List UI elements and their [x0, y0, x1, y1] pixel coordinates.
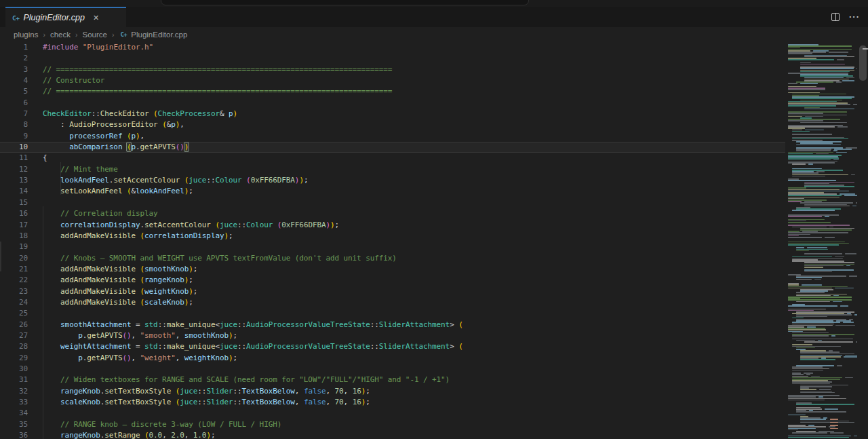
line-number[interactable]: 24	[0, 297, 28, 308]
minimap-line	[796, 277, 822, 278]
tab-plugineditor[interactable]: C+ PluginEditor.cpp ✕	[5, 7, 126, 27]
code-line[interactable]: // Constructor	[43, 75, 787, 86]
line-number[interactable]: 23	[0, 286, 28, 297]
minimap-line	[804, 204, 847, 206]
code-line[interactable]: p.getAPVTS(), "weight", weightKnob);	[43, 353, 787, 364]
line-number[interactable]: 2	[0, 53, 28, 64]
code-line[interactable]: addAndMakeVisible (rangeKnob);	[43, 275, 787, 286]
minimap-line	[804, 262, 854, 263]
code-line[interactable]: abComparison (p.getAPVTS())	[43, 142, 787, 153]
line-number[interactable]: 4	[0, 75, 28, 86]
gutter[interactable]: 1234567891011121314151617181920212223242…	[0, 42, 28, 439]
code-line[interactable]: // =====================================…	[43, 86, 787, 97]
minimap-line	[825, 216, 829, 217]
editor[interactable]: 1234567891011121314151617181920212223242…	[0, 42, 787, 439]
left-edge-artifact	[0, 242, 1, 271]
code-line[interactable]: correlationDisplay.setAccentColour (juce…	[43, 220, 787, 231]
line-number[interactable]: 3	[0, 64, 28, 75]
line-number[interactable]: 36	[0, 430, 28, 439]
line-number[interactable]: 31	[0, 375, 28, 385]
code-line[interactable]: scaleKnob.setTextBoxStyle (juce::Slider:…	[43, 397, 787, 408]
code-line[interactable]: lookAndFeel.setAccentColour (juce::Colou…	[43, 175, 787, 186]
breadcrumb-item[interactable]: check	[50, 31, 71, 39]
code-line[interactable]: rangeKnob.setTextBoxStyle (juce::Slider:…	[43, 386, 787, 397]
line-number[interactable]: 21	[0, 264, 28, 275]
line-number[interactable]: 11	[0, 153, 28, 164]
line-number[interactable]: 8	[0, 119, 28, 130]
code-line[interactable]: addAndMakeVisible (weightKnob);	[43, 286, 787, 297]
code-line[interactable]: #include "PluginEditor.h"	[43, 42, 787, 53]
code-line[interactable]	[43, 242, 787, 252]
code-line[interactable]	[43, 98, 787, 109]
close-icon[interactable]: ✕	[93, 14, 99, 22]
line-number[interactable]: 7	[0, 109, 28, 119]
line-number[interactable]: 28	[0, 341, 28, 352]
code-line[interactable]: {	[43, 153, 787, 164]
line-number[interactable]: 26	[0, 320, 28, 330]
line-number[interactable]: 29	[0, 353, 28, 364]
code-line[interactable]: p.getAPVTS(), "smooth", smoothKnob);	[43, 330, 787, 341]
code-line[interactable]: rangeKnob.setRange (0.0, 2.0, 1.0);	[43, 430, 787, 439]
breadcrumb-item[interactable]: plugins	[14, 31, 38, 39]
more-actions-icon[interactable]: ···	[849, 14, 860, 20]
line-number[interactable]: 33	[0, 397, 28, 408]
line-number[interactable]: 35	[0, 419, 28, 430]
code-line[interactable]: processorRef (p),	[43, 131, 787, 142]
scrollbar[interactable]	[859, 42, 868, 439]
split-editor-icon[interactable]	[831, 13, 840, 21]
code-line[interactable]: addAndMakeVisible (smoothKnob);	[43, 264, 787, 275]
code-line[interactable]: // Widen textboxes for RANGE and SCALE (…	[43, 375, 787, 385]
code-line[interactable]: weightAttachment = std::make_unique<juce…	[43, 341, 787, 352]
line-number[interactable]: 17	[0, 220, 28, 231]
code-area[interactable]: #include "PluginEditor.h"// ============…	[43, 42, 787, 439]
tab-label: PluginEditor.cpp	[23, 13, 85, 22]
minimap-line	[805, 130, 824, 131]
code-line[interactable]: // Knobs — SMOOTH and WEIGHT use APVTS t…	[43, 253, 787, 264]
minimap-line	[792, 376, 808, 377]
breadcrumb-item[interactable]: PluginEditor.cpp	[131, 31, 187, 39]
line-number[interactable]: 20	[0, 253, 28, 264]
minimap-line	[788, 284, 799, 286]
line-number[interactable]: 32	[0, 386, 28, 397]
line-number[interactable]: 25	[0, 308, 28, 319]
minimap-line	[856, 68, 857, 69]
code-line[interactable]: // RANGE knob — discrete 3-way (LOW / FU…	[43, 419, 787, 430]
code-line[interactable]: : AudioProcessorEditor (&p),	[43, 119, 787, 130]
line-number[interactable]: 15	[0, 197, 28, 208]
minimap-line	[804, 107, 820, 109]
line-number[interactable]: 9	[0, 131, 28, 142]
code-line[interactable]	[43, 53, 787, 64]
code-line[interactable]: // =====================================…	[43, 64, 787, 75]
line-number[interactable]: 30	[0, 364, 28, 375]
minimap[interactable]	[787, 42, 857, 439]
line-number[interactable]: 18	[0, 231, 28, 242]
code-line[interactable]	[43, 197, 787, 208]
code-line[interactable]	[43, 308, 787, 319]
command-center[interactable]	[161, 0, 529, 5]
code-line[interactable]	[43, 408, 787, 419]
line-number[interactable]: 6	[0, 98, 28, 109]
code-line[interactable]	[43, 364, 787, 375]
line-number[interactable]: 12	[0, 164, 28, 175]
scrollbar-thumb[interactable]	[859, 45, 867, 81]
line-number[interactable]: 34	[0, 408, 28, 419]
breadcrumb-item[interactable]: Source	[83, 31, 107, 39]
line-number[interactable]: 14	[0, 186, 28, 197]
line-number[interactable]: 13	[0, 175, 28, 186]
line-number[interactable]: 27	[0, 330, 28, 341]
line-number[interactable]: 16	[0, 208, 28, 219]
line-number[interactable]: 5	[0, 86, 28, 97]
code-line[interactable]: setLookAndFeel (&lookAndFeel);	[43, 186, 787, 197]
line-number[interactable]: 10	[0, 142, 28, 153]
code-line[interactable]: addAndMakeVisible (correlationDisplay);	[43, 231, 787, 242]
code-line[interactable]: smoothAttachment = std::make_unique<juce…	[43, 320, 787, 330]
line-number[interactable]: 22	[0, 275, 28, 286]
code-line[interactable]: CheckEditor::CheckEditor (CheckProcessor…	[43, 109, 787, 119]
code-line[interactable]: // Correlation display	[43, 208, 787, 219]
code-line[interactable]: addAndMakeVisible (scaleKnob);	[43, 297, 787, 308]
line-number[interactable]: 19	[0, 242, 28, 252]
code-line[interactable]: // Mint theme	[43, 164, 787, 175]
minimap-line	[800, 354, 854, 355]
line-number[interactable]: 1	[0, 42, 28, 53]
minimap-line	[796, 314, 852, 316]
